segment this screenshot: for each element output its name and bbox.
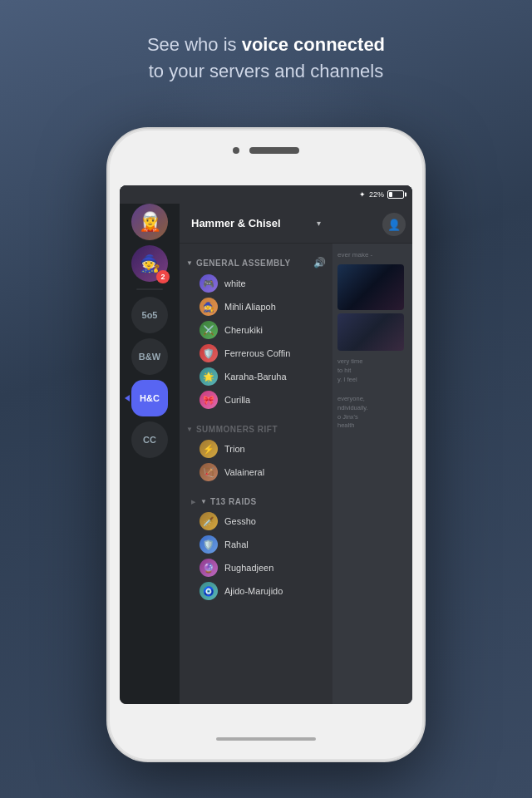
- server-icon-2[interactable]: 🧙 2: [131, 245, 168, 282]
- category-header-general[interactable]: ▼ General Assembly 🔊: [180, 254, 332, 272]
- member-avatar-rughadjeen: 🔮: [200, 559, 218, 577]
- dropdown-icon[interactable]: ▾: [317, 219, 321, 228]
- category-collapse-icon: ▼: [186, 259, 193, 267]
- bluetooth-icon: ✦: [359, 190, 366, 199]
- channel-category-general: ▼ General Assembly 🔊 🎮 white 🧙 Mihli Ali…: [180, 254, 332, 411]
- chat-image-2: [337, 313, 404, 351]
- chat-image-inner-2: [337, 313, 404, 351]
- speaker-grille: [249, 147, 299, 154]
- battery-percent: 22%: [369, 190, 384, 199]
- chat-line-1: ever make -: [337, 250, 407, 259]
- header-section: See who is voice connected to your serve…: [0, 32, 532, 85]
- server-item-cc[interactable]: CC: [131, 421, 168, 458]
- channel-list: ▼ General Assembly 🔊 🎮 white 🧙 Mihli Ali…: [180, 244, 332, 704]
- server-header[interactable]: Hammer & Chisel ▾: [180, 204, 332, 244]
- member-rughadjeen[interactable]: 🔮 Rughadjeen: [180, 556, 332, 579]
- category-header-t13[interactable]: ▶ ▼ T13 Raids: [180, 494, 332, 510]
- server-sidebar: 🧝 🧙 2 5o5 B&W H&C CC: [120, 185, 180, 704]
- category-arrow-t13: ▶: [191, 499, 195, 505]
- member-ferrerous[interactable]: 🛡️ Ferrerous Coffin: [180, 342, 332, 365]
- chat-preview-panel: 👤 ever make - very time to hit y. I feel…: [332, 185, 412, 704]
- phone-screen: ✦ 22% 🧝 🧙 2 5o5 B&W: [120, 185, 412, 704]
- battery-icon: [387, 190, 404, 199]
- member-karaha[interactable]: 🌟 Karaha-Baruha: [180, 365, 332, 388]
- channel-area: Hammer & Chisel ▾ ▼ General Assembly 🔊 🎮…: [180, 185, 332, 704]
- header-line2: to your servers and channels: [0, 58, 532, 85]
- server-name: Hammer & Chisel: [191, 217, 310, 229]
- member-avatar-trion: ⚡: [200, 440, 218, 458]
- member-name-valaineral: Valaineral: [224, 467, 264, 477]
- header-line1: See who is voice connected: [0, 32, 532, 58]
- category-collapse-icon-3: ▼: [200, 498, 207, 505]
- member-mihli[interactable]: 🧙 Mihli Aliapoh: [180, 295, 332, 318]
- category-name-t13: T13 Raids: [210, 497, 326, 506]
- member-avatar-mihli: 🧙: [200, 298, 218, 316]
- battery-fill: [389, 192, 392, 197]
- server-item-bw[interactable]: B&W: [131, 338, 168, 375]
- user-icon-button[interactable]: 👤: [382, 213, 406, 236]
- server-item-5o5[interactable]: 5o5: [131, 297, 168, 333]
- member-name-white: white: [224, 278, 246, 288]
- category-name-general: General Assembly: [196, 259, 310, 268]
- category-header-summoners[interactable]: ▼ Summoners Rift: [180, 421, 332, 437]
- phone-frame: ✦ 22% 🧝 🧙 2 5o5 B&W: [108, 129, 424, 761]
- chat-text-3: everyone, ndividually. o Jinx's health: [337, 395, 407, 431]
- member-name-mihli: Mihli Aliapoh: [224, 302, 276, 312]
- member-avatar-ferrerous: 🛡️: [200, 344, 218, 362]
- member-cherukiki[interactable]: ⚔️ Cherukiki: [180, 318, 332, 342]
- member-avatar-curilla: 🎀: [200, 391, 218, 409]
- home-indicator: [216, 737, 316, 741]
- member-gessho[interactable]: 🗡️ Gessho: [180, 510, 332, 533]
- member-name-ajido: Ajido-Marujido: [224, 586, 283, 596]
- member-white[interactable]: 🎮 white: [180, 272, 332, 295]
- member-name-rahal: Rahal: [224, 539, 249, 549]
- member-trion[interactable]: ⚡ Trion: [180, 437, 332, 461]
- notification-badge: 2: [156, 270, 170, 283]
- member-ajido[interactable]: 🧿 Ajido-Marujido: [180, 579, 332, 603]
- phone-top: [233, 147, 299, 154]
- member-avatar-cherukiki: ⚔️: [200, 321, 218, 339]
- category-name-summoners: Summoners Rift: [196, 425, 326, 434]
- chat-text-2: very time to hit y. I feel: [337, 357, 407, 385]
- channel-category-summoners: ▼ Summoners Rift ⚡ Trion 🏹 Valaineral: [180, 421, 332, 484]
- category-collapse-icon-2: ▼: [186, 426, 193, 433]
- active-indicator: [125, 395, 130, 401]
- chat-preview-content: ever make - very time to hit y. I feel e…: [332, 244, 412, 437]
- channel-category-t13: ▶ ▼ T13 Raids 🗡️ Gessho 🛡️ Rahal 🔮: [180, 494, 332, 603]
- chat-image-1: [337, 264, 404, 310]
- server-icon-fantasy[interactable]: 🧝: [131, 204, 168, 240]
- member-name-ferrerous: Ferrerous Coffin: [224, 348, 290, 358]
- member-avatar-gessho: 🗡️: [200, 512, 218, 530]
- member-name-cherukiki: Cherukiki: [224, 325, 263, 335]
- status-bar: ✦ 22%: [120, 185, 412, 204]
- member-name-trion: Trion: [224, 444, 245, 454]
- chat-image-inner-1: [337, 264, 404, 310]
- member-avatar-karaha: 🌟: [200, 367, 218, 386]
- member-avatar-ajido: 🧿: [200, 582, 218, 600]
- member-name-rughadjeen: Rughadjeen: [224, 563, 273, 573]
- member-avatar-white: 🎮: [200, 274, 218, 293]
- member-avatar-rahal: 🛡️: [200, 535, 218, 554]
- camera-dot: [233, 147, 239, 154]
- member-rahal[interactable]: 🛡️ Rahal: [180, 533, 332, 556]
- voice-channel-icon: 🔊: [313, 257, 326, 268]
- member-name-curilla: Curilla: [224, 395, 250, 405]
- member-avatar-valaineral: 🏹: [200, 463, 218, 481]
- server-item-hc[interactable]: H&C: [131, 380, 168, 416]
- member-name-gessho: Gessho: [224, 516, 256, 526]
- member-curilla[interactable]: 🎀 Curilla: [180, 388, 332, 411]
- server-divider: [136, 288, 163, 290]
- member-valaineral[interactable]: 🏹 Valaineral: [180, 461, 332, 484]
- member-name-karaha: Karaha-Baruha: [224, 372, 287, 382]
